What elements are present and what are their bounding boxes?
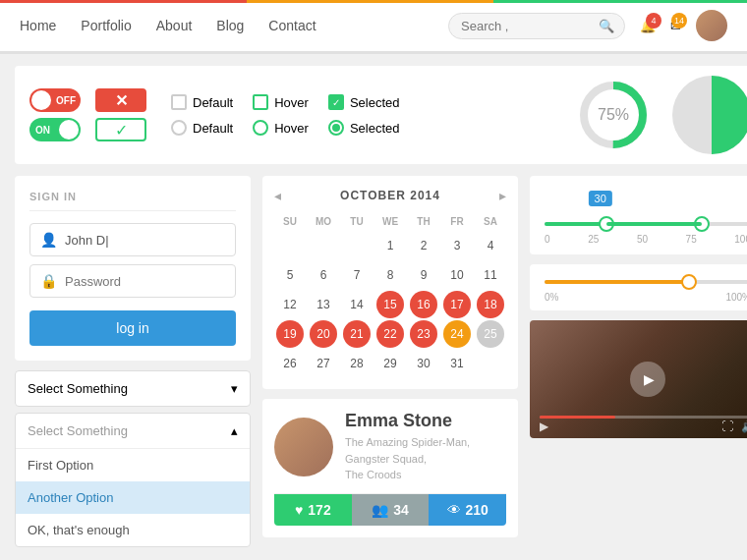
cal-day-23[interactable]: 23 (410, 320, 437, 348)
cal-day-6[interactable]: 6 (310, 261, 337, 289)
avatar[interactable] (696, 10, 727, 41)
dropdown-open: Select Something ▴ First Option Another … (15, 413, 251, 547)
username-input-wrap: 👤 (29, 223, 236, 256)
notifications-button[interactable]: 🔔 4 (640, 19, 656, 33)
cal-day-5[interactable]: 5 (276, 261, 304, 289)
cal-day-14[interactable]: 14 (343, 291, 371, 318)
cal-day-28[interactable]: 28 (343, 350, 371, 377)
username-input[interactable] (65, 233, 225, 248)
cal-day-8[interactable]: 8 (376, 261, 404, 289)
password-input[interactable] (65, 274, 225, 289)
video-play-icon[interactable]: ▶ (540, 420, 548, 433)
nav-blog[interactable]: Blog (216, 18, 244, 33)
people-icon: 👥 (372, 502, 388, 518)
stat-followers-value: 34 (393, 502, 409, 518)
password-input-wrap: 🔒 (29, 264, 236, 298)
nav-about[interactable]: About (156, 18, 193, 33)
cal-day-25[interactable]: 25 (477, 320, 504, 348)
volume-icon[interactable]: 🔊 (741, 420, 747, 433)
cal-day-4[interactable]: 4 (477, 232, 504, 259)
profile-movies: The Amazing Spider-Man,Gangster Squad,Th… (345, 434, 470, 483)
cal-day-7[interactable]: 7 (343, 261, 371, 289)
option-hover-1[interactable]: Hover (253, 94, 309, 110)
slider-top-track (545, 222, 747, 226)
profile-name: Emma Stone (345, 411, 470, 431)
pie-chart (672, 76, 747, 154)
cal-day-21[interactable]: 21 (343, 320, 371, 348)
chk-red[interactable]: ✕ (95, 88, 146, 112)
cal-day-1[interactable]: 1 (376, 232, 404, 259)
dow-we: WE (374, 213, 406, 230)
dow-th: TH (408, 213, 439, 230)
nav-home[interactable]: Home (20, 18, 56, 33)
video-controls: ▶ ⛶ 🔊 (540, 420, 747, 433)
cal-day-19[interactable]: 19 (276, 320, 304, 348)
cal-day-27[interactable]: 27 (310, 350, 337, 377)
dow-su: SU (274, 213, 306, 230)
slider-orange-labels: 0% 100% (545, 292, 747, 303)
option-hover-2[interactable]: Hover (253, 120, 309, 136)
option-selected-1[interactable]: Selected (328, 94, 400, 110)
cal-next-button[interactable]: ▸ (499, 188, 506, 203)
search-input[interactable] (461, 19, 599, 33)
cal-day-16[interactable]: 16 (410, 291, 437, 318)
cal-day-22[interactable]: 22 (376, 320, 404, 348)
option-selected-2[interactable]: Selected (328, 120, 400, 136)
checkbox-selected-1 (328, 94, 344, 110)
nav-contact[interactable]: Contact (268, 18, 316, 33)
video-play-button[interactable]: ▶ (630, 362, 665, 397)
play-icon: ▶ (644, 371, 655, 387)
cal-day-15[interactable]: 15 (376, 291, 404, 318)
dow-mo: MO (308, 213, 339, 230)
option-default-2-label: Default (193, 121, 233, 136)
slider-orange-thumb[interactable] (681, 274, 697, 290)
msg-badge: 14 (671, 13, 687, 28)
cal-day-10[interactable]: 10 (443, 261, 471, 289)
cal-day-9[interactable]: 9 (410, 261, 437, 289)
cal-day-31[interactable]: 31 (443, 350, 471, 377)
dropdown-item-0[interactable]: First Option (16, 449, 250, 481)
cal-day-3[interactable]: 3 (443, 232, 471, 259)
slider-top-50: 50 (637, 234, 648, 245)
slider-section-top: 30 0 25 50 75 100 (530, 176, 747, 254)
cal-prev-button[interactable]: ◂ (274, 188, 281, 203)
profile-inner: Emma Stone The Amazing Spider-Man,Gangst… (274, 411, 506, 483)
cal-day-20[interactable]: 20 (310, 320, 337, 348)
calendar-header: ◂ OCTOBER 2014 ▸ (274, 188, 506, 203)
chk-green[interactable]: ✓ (95, 118, 146, 141)
cal-day-2[interactable]: 2 (410, 232, 437, 259)
cal-day-11[interactable]: 11 (477, 261, 504, 289)
cal-day-24[interactable]: 24 (443, 320, 471, 348)
dropdown-main[interactable]: Select Something ▾ (15, 370, 251, 407)
dropdown-item-1[interactable]: Another Option (16, 481, 250, 514)
video-track (540, 416, 747, 419)
dropdown-item-2[interactable]: OK, that's enough (16, 514, 250, 546)
slider-top-labels: 0 25 50 75 100 (545, 234, 747, 245)
search-icon: 🔍 (599, 19, 614, 33)
user-icon: 👤 (40, 232, 57, 248)
cal-day-30[interactable]: 30 (410, 350, 437, 377)
slider-orange-min: 0% (545, 292, 558, 303)
cal-day-18[interactable]: 18 (477, 291, 504, 318)
fullscreen-icon[interactable]: ⛶ (721, 420, 733, 433)
checkbox-group: ✕ ✓ (95, 88, 146, 141)
toggle-off[interactable]: OFF (29, 88, 81, 112)
login-button[interactable]: log in (29, 310, 236, 346)
cal-day-26[interactable]: 26 (276, 350, 304, 377)
toggle-knob-on (59, 120, 79, 140)
option-hover-2-label: Hover (274, 121, 309, 136)
option-default-1[interactable]: Default (171, 94, 233, 110)
option-hover-1-label: Hover (274, 95, 309, 110)
toggle-on[interactable]: ON (29, 118, 81, 141)
slider-val-container: 30 (545, 191, 747, 210)
dropdown-header[interactable]: Select Something ▴ (16, 414, 250, 449)
cal-day-12[interactable]: 12 (276, 291, 304, 318)
nav-portfolio[interactable]: Portfolio (81, 18, 131, 33)
slider-orange-track (545, 280, 747, 284)
option-default-2[interactable]: Default (171, 120, 233, 136)
cal-day-29[interactable]: 29 (376, 350, 404, 377)
cal-day-17[interactable]: 17 (443, 291, 471, 318)
slider-top-fill (545, 222, 606, 226)
messages-button[interactable]: ✉ 14 (670, 19, 681, 33)
cal-day-13[interactable]: 13 (310, 291, 337, 318)
